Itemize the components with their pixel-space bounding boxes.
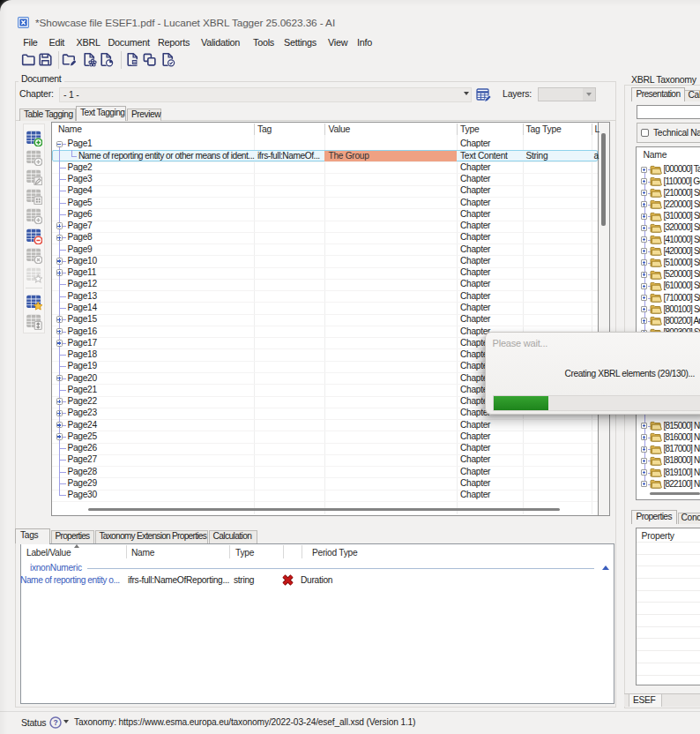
svg-text:?: ? [53, 718, 57, 727]
